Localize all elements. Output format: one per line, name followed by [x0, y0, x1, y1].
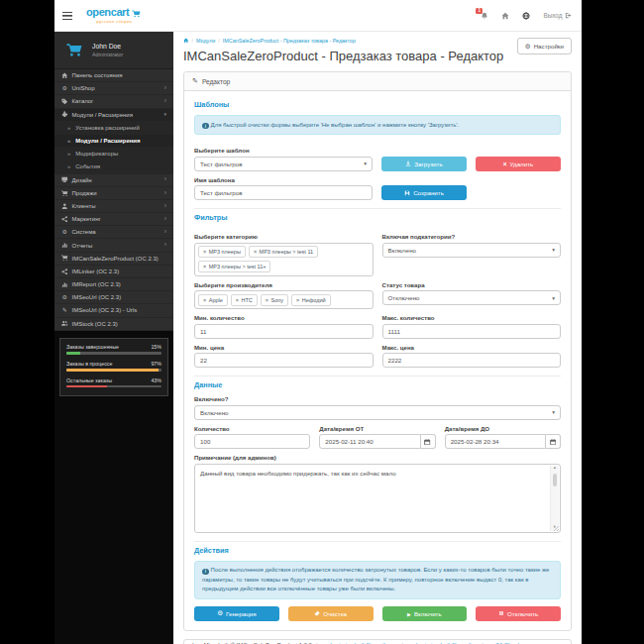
subcategories-select[interactable]: Включено	[382, 243, 562, 258]
sidebar-item-dashboard[interactable]: Панель состояния	[54, 69, 173, 82]
category-tag[interactable]: MP3 плееры	[198, 246, 246, 258]
chevron-right-icon	[164, 216, 166, 223]
home-icon	[183, 38, 189, 44]
admin-page: opencart русская сборка 1 Выход	[54, 0, 582, 644]
sidebar-toggle-button[interactable]	[54, 0, 80, 31]
cart-logo-icon	[62, 43, 86, 57]
sidebar-item-modules[interactable]: Модули / Расширения	[54, 135, 173, 148]
save-template-button[interactable]: Сохранить	[381, 185, 467, 200]
sidebar-item-catalog[interactable]: Каталог	[54, 95, 173, 108]
sidebar-item-imseourl-urls[interactable]: IMSeoUrl (OC 2.3) - Urls	[54, 304, 173, 317]
min-price-input[interactable]: 22	[194, 353, 374, 368]
sidebar: John Doe Administrator Панель состояния …	[54, 32, 173, 644]
sidebar-item-unishop[interactable]: UniShop	[54, 82, 173, 95]
scroll-up-icon[interactable]	[553, 467, 557, 471]
logout-button[interactable]: Выход	[543, 12, 572, 19]
sidebar-item-imreport[interactable]: IMReport (OC 2.3)	[54, 278, 173, 291]
max-qty-label: Макс. количество	[382, 314, 562, 321]
template-select[interactable]: Тест фильтров	[194, 157, 373, 171]
sidebar-item-imcansalezeroproduct[interactable]: IMCanSaleZeroProduct (OC 2.3)	[54, 253, 173, 266]
sidebar-item-imstock[interactable]: IMStock (OC 2.3)	[54, 318, 173, 331]
sidebar-item-design[interactable]: Дизайн	[54, 174, 173, 187]
manufacturer-tag[interactable]: Нефодий	[291, 294, 331, 306]
sidebar-item-imseourl[interactable]: IMSeoUrl (OC 2.3)	[54, 291, 173, 304]
logo-text: opencart	[86, 7, 129, 18]
max-price-input[interactable]: 2222	[382, 353, 562, 368]
section-title-actions: Действия	[194, 546, 561, 555]
quantity-input[interactable]: 100	[194, 434, 310, 449]
gear-icon	[61, 229, 68, 235]
date-to-calendar-button[interactable]	[546, 434, 561, 449]
sidebar-item-sales[interactable]: Продажи	[54, 187, 173, 200]
user-role: Administrator	[92, 52, 123, 57]
main-content: Модули IMCanSaleZeroProduct - Предзаказ …	[173, 32, 582, 644]
stat-row: Заказы в процессе97%	[66, 361, 161, 372]
quantity-label: Количество	[194, 425, 310, 432]
bar-chart-icon	[61, 242, 68, 249]
status-select[interactable]: Отключено	[382, 290, 562, 305]
date-to-label: Дата/время ДО	[445, 425, 561, 432]
enabled-label: Включено?	[194, 395, 561, 402]
puzzle-icon	[61, 111, 68, 118]
gears-icon	[217, 609, 223, 617]
note-label: Примечание (для админов)	[194, 454, 561, 461]
manufacturer-tag[interactable]: Sony	[261, 294, 288, 306]
sidebar-item-events[interactable]: События	[54, 161, 173, 173]
template-name-input[interactable]: Тест фильтров	[194, 185, 373, 200]
chevron-right-icon	[164, 229, 166, 236]
date-from-calendar-button[interactable]	[421, 434, 436, 449]
stat-value: 97%	[151, 361, 161, 367]
panel-heading: Редактор	[184, 72, 571, 91]
progress-track	[66, 369, 161, 371]
sidebar-item-system[interactable]: Система	[54, 226, 173, 239]
opencart-logo[interactable]: opencart русская сборка	[80, 5, 148, 27]
breadcrumb: Модули IMCanSaleZeroProduct - Предзаказ …	[183, 38, 572, 44]
sidebar-item-imlinker[interactable]: IMLinker (OC 2.3)	[54, 266, 173, 278]
sidebar-item-extension-installer[interactable]: Установка расширений	[54, 122, 173, 135]
user-profile[interactable]: John Doe Administrator	[54, 32, 173, 69]
stat-label: Заказы завершенные	[66, 344, 119, 350]
sidebar-item-reports[interactable]: Отчеты	[54, 239, 173, 252]
resize-handle-icon[interactable]	[554, 526, 559, 531]
sidebar-item-extensions[interactable]: Модули / Расширения	[54, 109, 173, 122]
stat-value: 43%	[151, 377, 161, 383]
load-template-button[interactable]: Загрузить	[381, 157, 467, 171]
template-select-label: Выберите шаблон	[194, 147, 373, 154]
users-icon	[61, 320, 68, 327]
info-icon	[202, 569, 209, 576]
note-textarea[interactable]: Данный вид товара необходимо придержать,…	[194, 464, 561, 533]
date-from-input[interactable]: 2025-02-11 20:40	[319, 434, 420, 449]
settings-button[interactable]: Настройки	[517, 38, 572, 54]
manufacturer-tags-field[interactable]: Apple HTC Sony Нефодий	[194, 290, 374, 309]
sidebar-item-modifications[interactable]: Модификаторы	[54, 148, 173, 161]
category-tag[interactable]: MP3 плееры > test 11	[249, 246, 318, 258]
download-icon	[405, 161, 411, 166]
category-tag[interactable]: MP3 плееры > test 11+	[198, 261, 270, 272]
disable-button[interactable]: Отключить	[476, 606, 561, 621]
enable-button[interactable]: Включить	[382, 606, 468, 621]
manufacturer-tag[interactable]: HTC	[231, 294, 258, 306]
storefront-button[interactable]	[501, 12, 509, 20]
notifications-button[interactable]: 1	[481, 12, 488, 20]
editor-panel: Редактор Шаблоны Для быстрой очистки фор…	[183, 71, 572, 631]
max-qty-input[interactable]: 1111	[382, 324, 562, 339]
date-to-input[interactable]: 2025-02-28 20:34	[445, 434, 546, 449]
sidebar-item-customers[interactable]: Клиенты	[54, 200, 173, 213]
language-button[interactable]	[522, 12, 530, 20]
manufacturer-tag[interactable]: Apple	[198, 294, 228, 306]
scrollbar-thumb[interactable]	[553, 474, 558, 486]
delete-template-button[interactable]: Удалить	[476, 157, 561, 171]
clear-button[interactable]: Очистка	[288, 606, 374, 621]
breadcrumb-link-editor[interactable]: IMCanSaleZeroProduct - Предзаказ товара …	[223, 38, 356, 44]
sidebar-item-marketing[interactable]: Маркетинг	[54, 213, 173, 226]
divider	[194, 208, 561, 209]
manufacturer-label: Выберите производителя	[194, 281, 374, 288]
min-qty-input[interactable]: 11	[194, 324, 374, 339]
generate-button[interactable]: Генерация	[194, 606, 279, 621]
enabled-select[interactable]: Включено	[194, 405, 561, 420]
logo-cart-icon	[131, 10, 142, 18]
breadcrumb-link-modules[interactable]: Модули	[196, 38, 215, 44]
category-tags-field[interactable]: MP3 плееры MP3 плееры > test 11 MP3 плее…	[194, 243, 374, 276]
cogs-icon	[61, 85, 68, 91]
orders-stats-panel: Заказы завершенные15% Заказы в процессе9…	[59, 338, 168, 397]
